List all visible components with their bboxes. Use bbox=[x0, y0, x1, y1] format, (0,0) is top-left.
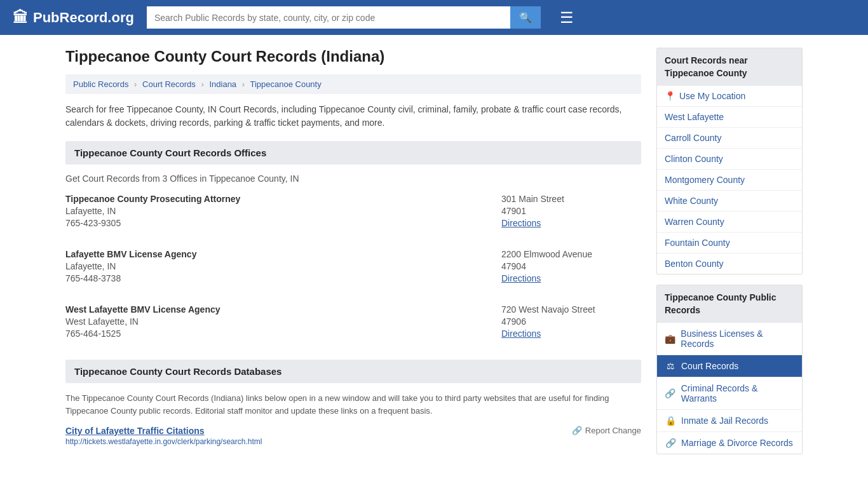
breadcrumb-tippecanoe[interactable]: Tippecanoe County bbox=[250, 79, 321, 89]
breadcrumb-court-records[interactable]: Court Records bbox=[142, 79, 196, 89]
public-records-list: 💼 Business Licenses & Records ⚖ Court Re… bbox=[657, 323, 802, 454]
logo-text: PubRecord.org bbox=[33, 10, 134, 26]
nearby-warren-link[interactable]: Warren County bbox=[665, 217, 724, 227]
databases-section-header: Tippecanoe County Court Records Database… bbox=[65, 360, 641, 383]
nearby-carroll[interactable]: Carroll County bbox=[657, 128, 802, 149]
use-location-item[interactable]: 📍 Use My Location bbox=[657, 86, 802, 107]
office-2-directions[interactable]: Directions bbox=[501, 273, 541, 283]
office-entry-3: West Lafayette BMV License Agency West L… bbox=[65, 304, 641, 344]
nearby-fountain-link[interactable]: Fountain County bbox=[665, 238, 730, 248]
breadcrumb-public-records[interactable]: Public Records bbox=[73, 79, 128, 89]
nearby-warren[interactable]: Warren County bbox=[657, 212, 802, 233]
nearby-box: Court Records near Tippecanoe County 📍 U… bbox=[656, 48, 803, 274]
db-link-row: City of Lafayette Traffic Citations http… bbox=[65, 426, 641, 446]
site-header: 🏛 PubRecord.org 🔍 ☰ bbox=[0, 0, 868, 35]
search-input[interactable] bbox=[147, 6, 510, 29]
nearby-title: Court Records near Tippecanoe County bbox=[657, 48, 802, 86]
use-location-link[interactable]: Use My Location bbox=[679, 91, 745, 101]
search-button[interactable]: 🔍 bbox=[510, 6, 541, 29]
menu-icon[interactable]: ☰ bbox=[560, 9, 574, 27]
office-1-name: Tippecanoe County Prosecuting Attorney bbox=[65, 194, 476, 204]
marriage-icon: 🔗 bbox=[665, 438, 676, 448]
main-content: Tippecanoe County Court Records (Indiana… bbox=[65, 48, 641, 464]
pr-criminal-records-link[interactable]: Criminal Records & Warrants bbox=[681, 383, 794, 403]
nearby-west-lafayette[interactable]: West Lafayette bbox=[657, 107, 802, 128]
office-1-zip: 47901 bbox=[501, 206, 641, 216]
office-1-directions[interactable]: Directions bbox=[501, 218, 541, 228]
pr-court-records[interactable]: ⚖ Court Records bbox=[657, 355, 802, 377]
breadcrumb-sep-3: › bbox=[242, 79, 245, 89]
offices-section-header: Tippecanoe County Court Records Offices bbox=[65, 141, 641, 165]
offices-sub-description: Get Court Records from 3 Offices in Tipp… bbox=[65, 173, 641, 184]
pr-marriage-records-link[interactable]: Marriage & Divorce Records bbox=[681, 438, 793, 448]
office-1-city: Lafayette, IN bbox=[65, 206, 476, 216]
breadcrumb-sep-2: › bbox=[201, 79, 203, 89]
report-change-label: Report Change bbox=[585, 426, 641, 435]
briefcase-icon: 💼 bbox=[665, 334, 675, 344]
main-wrapper: Tippecanoe County Court Records (Indiana… bbox=[53, 35, 815, 477]
sidebar: Court Records near Tippecanoe County 📍 U… bbox=[656, 48, 803, 464]
office-3-name: West Lafayette BMV License Agency bbox=[65, 304, 476, 315]
office-1-address: 301 Main Street bbox=[501, 194, 641, 204]
breadcrumb-sep-1: › bbox=[134, 79, 137, 89]
pr-marriage-records[interactable]: 🔗 Marriage & Divorce Records bbox=[657, 432, 802, 454]
breadcrumb: Public Records › Court Records › Indiana… bbox=[65, 74, 641, 94]
pr-inmate-records[interactable]: 🔒 Inmate & Jail Records bbox=[657, 410, 802, 432]
pr-criminal-records[interactable]: 🔗 Criminal Records & Warrants bbox=[657, 377, 802, 410]
nearby-benton[interactable]: Benton County bbox=[657, 254, 802, 274]
office-3-city: West Lafayette, IN bbox=[65, 316, 476, 327]
office-1-phone: 765-423-9305 bbox=[65, 218, 476, 228]
public-records-box: Tippecanoe County Public Records 💼 Busin… bbox=[656, 285, 803, 454]
breadcrumb-indiana[interactable]: Indiana bbox=[209, 79, 236, 89]
office-2-name: Lafayette BMV License Agency bbox=[65, 249, 476, 259]
office-2-zip: 47904 bbox=[501, 261, 641, 271]
nearby-fountain[interactable]: Fountain County bbox=[657, 233, 802, 254]
pr-business-licenses-link[interactable]: Business Licenses & Records bbox=[681, 329, 794, 349]
office-3-phone: 765-464-1525 bbox=[65, 329, 476, 339]
nearby-west-lafayette-link[interactable]: West Lafayette bbox=[665, 112, 724, 122]
pr-inmate-records-link[interactable]: Inmate & Jail Records bbox=[681, 416, 768, 426]
db-url: http://tickets.westlafayette.in.gov/cler… bbox=[65, 437, 262, 446]
office-3-zip: 47906 bbox=[501, 316, 641, 327]
search-bar: 🔍 bbox=[147, 6, 541, 29]
nearby-benton-link[interactable]: Benton County bbox=[665, 259, 724, 269]
logo[interactable]: 🏛 PubRecord.org bbox=[13, 9, 134, 27]
nearby-carroll-link[interactable]: Carroll County bbox=[665, 133, 721, 143]
page-description: Search for free Tippecanoe County, IN Co… bbox=[65, 103, 641, 130]
report-change[interactable]: 🔗 Report Change bbox=[572, 426, 641, 435]
office-2-city: Lafayette, IN bbox=[65, 261, 476, 271]
lock-icon: 🔒 bbox=[665, 416, 676, 426]
page-title: Tippecanoe County Court Records (Indiana… bbox=[65, 48, 641, 65]
nearby-clinton-link[interactable]: Clinton County bbox=[665, 154, 723, 164]
pr-business-licenses[interactable]: 💼 Business Licenses & Records bbox=[657, 323, 802, 355]
nearby-list: 📍 Use My Location West Lafayette Carroll… bbox=[657, 86, 802, 274]
pr-court-records-link[interactable]: Court Records bbox=[681, 361, 738, 371]
office-entry-1: Tippecanoe County Prosecuting Attorney L… bbox=[65, 194, 641, 234]
logo-icon: 🏛 bbox=[13, 9, 28, 27]
office-2-phone: 765-448-3738 bbox=[65, 273, 476, 283]
public-records-title: Tippecanoe County Public Records bbox=[657, 285, 802, 323]
nearby-montgomery[interactable]: Montgomery County bbox=[657, 170, 802, 191]
office-entry-2: Lafayette BMV License Agency Lafayette, … bbox=[65, 249, 641, 289]
nearby-white-link[interactable]: White County bbox=[665, 196, 718, 206]
nearby-clinton[interactable]: Clinton County bbox=[657, 149, 802, 170]
office-2-address: 2200 Elmwood Avenue bbox=[501, 249, 641, 259]
scales-icon: ⚖ bbox=[665, 361, 676, 371]
nearby-montgomery-link[interactable]: Montgomery County bbox=[665, 175, 745, 185]
db-link-traffic-citations[interactable]: City of Lafayette Traffic Citations bbox=[65, 426, 205, 436]
nearby-white[interactable]: White County bbox=[657, 191, 802, 212]
criminal-icon: 🔗 bbox=[665, 388, 676, 398]
office-3-directions[interactable]: Directions bbox=[501, 329, 541, 339]
databases-description: The Tippecanoe County Court Records (Ind… bbox=[65, 392, 641, 417]
office-3-address: 720 West Navajo Street bbox=[501, 304, 641, 315]
report-change-icon: 🔗 bbox=[572, 426, 582, 435]
location-icon: 📍 bbox=[665, 91, 675, 101]
